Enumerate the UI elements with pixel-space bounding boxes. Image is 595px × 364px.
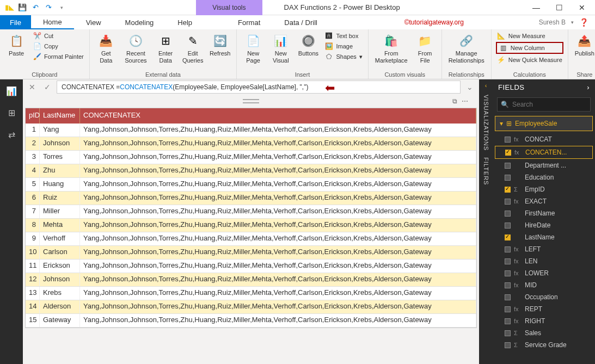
field-checkbox[interactable]	[505, 163, 511, 169]
field-checkbox[interactable]	[505, 270, 511, 276]
textbox-button[interactable]: 🅰Text box	[323, 32, 363, 40]
fields-collapse-icon[interactable]: ›	[587, 83, 590, 91]
field-checkbox[interactable]	[505, 137, 511, 143]
table-row[interactable]: 8MehtaYang,Johnson,Johnson,Torres,Zhu,Hu…	[26, 219, 476, 232]
cancel-formula-icon[interactable]: ✕	[26, 81, 38, 93]
image-button[interactable]: 🖼️Image	[323, 42, 363, 51]
search-input[interactable]	[512, 101, 594, 108]
col-header-id[interactable]: pID	[26, 108, 40, 124]
help-tab[interactable]: Help	[165, 15, 204, 29]
field-checkbox[interactable]	[505, 211, 511, 217]
table-row[interactable]: 15GatewayYang,Johnson,Johnson,Torres,Zhu…	[26, 314, 476, 328]
filters-label[interactable]: FILTERS	[483, 154, 489, 188]
model-view-icon[interactable]: ⇄	[3, 126, 20, 143]
field-item[interactable]: fxREPT	[493, 303, 595, 315]
datadrill-tab[interactable]: Data / Drill	[272, 15, 329, 29]
refresh-button[interactable]: 🔄Refresh	[208, 32, 232, 58]
cut-button[interactable]: ✂️Cut	[32, 32, 85, 40]
field-checkbox[interactable]	[505, 294, 511, 300]
format-tab[interactable]: Format	[226, 15, 272, 29]
field-checkbox[interactable]	[505, 282, 511, 288]
view-tab[interactable]: View	[74, 15, 113, 29]
field-checkbox[interactable]	[505, 235, 511, 240]
field-checkbox[interactable]	[505, 150, 511, 156]
qat-dropdown-icon[interactable]: ▾	[57, 3, 66, 13]
field-item[interactable]: fxMID	[493, 279, 595, 291]
field-checkbox[interactable]	[505, 246, 511, 252]
field-item[interactable]: fxEXACT	[493, 195, 595, 207]
table-row[interactable]: 11EricksonYang,Johnson,Johnson,Torres,Zh…	[26, 260, 476, 273]
col-header-lastname[interactable]: LastName	[40, 108, 80, 124]
field-checkbox[interactable]	[505, 318, 511, 324]
new-quick-measure-button[interactable]: ⚡New Quick Measure	[496, 55, 563, 64]
field-item[interactable]: FirstName	[493, 207, 595, 219]
copy-button[interactable]: 📄Copy	[32, 42, 85, 51]
paste-button[interactable]: 📋Paste	[4, 32, 28, 58]
field-item[interactable]: ΣService Grade	[493, 339, 595, 351]
field-item[interactable]: fxLOWER	[493, 267, 595, 279]
field-item[interactable]: fxLEN	[493, 255, 595, 267]
close-button[interactable]: ✕	[571, 1, 593, 15]
table-collapse-icon[interactable]: ▾	[500, 120, 503, 127]
new-page-button[interactable]: 📄New Page	[241, 32, 265, 65]
save-icon[interactable]: 💾	[17, 3, 27, 13]
get-data-button[interactable]: 📥Get Data	[94, 32, 118, 65]
modeling-tab[interactable]: Modeling	[113, 15, 166, 29]
table-row[interactable]: 2JohnsonYang,Johnson,Johnson,Torres,Zhu,…	[26, 137, 476, 151]
field-item[interactable]: ΣSales	[493, 327, 595, 339]
file-tab[interactable]: File	[0, 15, 31, 29]
drag-handle-icon[interactable]	[243, 99, 259, 103]
field-item[interactable]: ΣEmpID	[493, 183, 595, 195]
new-column-button[interactable]: ▥New Column	[496, 42, 563, 54]
minimize-button[interactable]: —	[525, 1, 547, 15]
new-measure-button[interactable]: 📐New Measure	[496, 32, 563, 40]
report-view-icon[interactable]: 📊	[3, 83, 20, 99]
field-checkbox[interactable]	[505, 223, 511, 229]
manage-relationships-button[interactable]: 🔗Manage Relationships	[446, 32, 487, 65]
home-tab[interactable]: Home	[31, 15, 74, 29]
new-visual-button[interactable]: 📊New Visual	[268, 32, 293, 65]
viz-expand-icon[interactable]: ‹	[485, 79, 487, 91]
field-item[interactable]: fxRIGHT	[493, 315, 595, 327]
field-item[interactable]: fxLEFT	[493, 243, 595, 255]
fields-search[interactable]: 🔍	[497, 97, 591, 112]
table-row[interactable]: 6RuizYang,Johnson,Johnson,Torres,Zhu,Hua…	[26, 192, 476, 205]
help-icon[interactable]: ❓	[579, 18, 588, 27]
field-item[interactable]: Department ...	[493, 159, 595, 171]
fields-table-node[interactable]: ▾ ⊞ EmployeeSale	[495, 116, 593, 131]
user-dropdown-icon[interactable]: ▾	[571, 20, 574, 25]
formula-expand-icon[interactable]: ⌄	[464, 81, 476, 93]
table-row[interactable]: 7MillerYang,Johnson,Johnson,Torres,Zhu,H…	[26, 205, 476, 219]
from-file-button[interactable]: 📁From File	[413, 32, 437, 65]
commit-formula-icon[interactable]: ✓	[41, 81, 53, 93]
field-item[interactable]: HireDate	[493, 219, 595, 231]
field-checkbox[interactable]	[505, 342, 511, 348]
field-item[interactable]: LastName	[493, 231, 595, 243]
shapes-button[interactable]: ⬠Shapes ▾	[323, 52, 363, 61]
edit-queries-button[interactable]: ✎Edit Queries	[181, 32, 205, 65]
format-painter-button[interactable]: 🖌️Format Painter	[32, 52, 85, 61]
table-row[interactable]: 9VerhoffYang,Johnson,Johnson,Torres,Zhu,…	[26, 232, 476, 246]
visualizations-label[interactable]: VISUALIZATIONS	[483, 91, 489, 154]
field-checkbox[interactable]	[505, 199, 511, 205]
field-item[interactable]: Education	[493, 171, 595, 183]
from-marketplace-button[interactable]: 🛍️From Marketplace	[373, 32, 410, 65]
publish-button[interactable]: 📤Publish	[573, 32, 595, 58]
table-row[interactable]: 13KrebsYang,Johnson,Johnson,Torres,Zhu,H…	[26, 287, 476, 300]
formula-bar[interactable]: CONCATENATEX = CONCATENATEX(EmployeeSale…	[57, 81, 461, 94]
col-header-concat[interactable]: CONCATENATEX	[80, 108, 476, 124]
field-checkbox[interactable]	[505, 306, 511, 312]
recent-sources-button[interactable]: 🕓Recent Sources	[121, 32, 150, 65]
table-row[interactable]: 10CarlsonYang,Johnson,Johnson,Torres,Zhu…	[26, 246, 476, 260]
table-row[interactable]: 4ZhuYang,Johnson,Johnson,Torres,Zhu,Huan…	[26, 164, 476, 178]
undo-icon[interactable]: ↶	[30, 3, 40, 13]
field-checkbox[interactable]	[505, 330, 511, 336]
maximize-button[interactable]: ☐	[548, 1, 570, 15]
buttons-button[interactable]: 🔘Buttons	[296, 32, 320, 58]
table-row[interactable]: 3TorresYang,Johnson,Johnson,Torres,Zhu,H…	[26, 151, 476, 164]
field-checkbox[interactable]	[505, 258, 511, 264]
field-checkbox[interactable]	[505, 175, 511, 181]
data-view-icon[interactable]: ⊞	[3, 104, 20, 121]
table-row[interactable]: 5HuangYang,Johnson,Johnson,Torres,Zhu,Hu…	[26, 178, 476, 192]
table-row[interactable]: 14AldersonYang,Johnson,Johnson,Torres,Zh…	[26, 300, 476, 314]
